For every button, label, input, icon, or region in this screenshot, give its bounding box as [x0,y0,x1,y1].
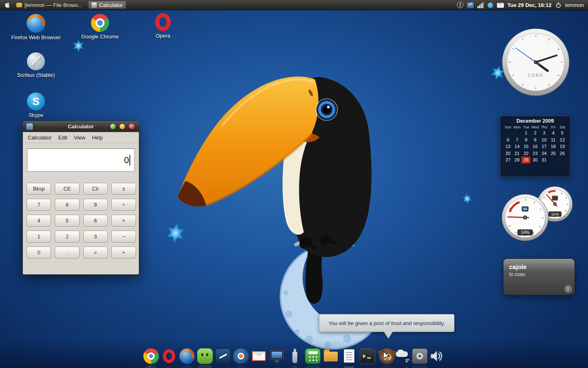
audio-icon[interactable] [488,2,493,8]
dock-blender-icon[interactable] [233,348,249,364]
calculator-display[interactable]: 0 [27,148,135,172]
desktop-icon-firefox[interactable]: Firefox Web Browser [3,14,69,40]
gauge-value-label: 11% [551,212,559,216]
dock-green-app-icon[interactable] [197,348,213,364]
calendar-widget: December 2009 SunMonTueWedThuFriSat 1234… [500,116,570,177]
dock-terminal-icon[interactable] [360,348,375,364]
dock-display-icon[interactable] [269,348,285,364]
dock-chrome-icon[interactable] [143,348,159,364]
fortune-tooltip: You will be given a post of trust and re… [319,314,454,332]
dock-bottle-icon[interactable] [287,348,303,364]
menu-view[interactable]: View [71,133,89,142]
calendar-date-grid: 12345 6789101112 13141516171819 20212223… [503,130,567,164]
clr-button[interactable]: Clr [83,183,108,195]
window-title: Calculator [68,123,94,130]
desktop-icon-label: Opera [156,33,170,39]
multiply-button[interactable]: × [111,215,136,227]
sparkle-icon [162,220,189,247]
digit-1-button[interactable]: 1 [27,231,51,242]
firefox-icon [27,14,45,33]
taskbar-item-label: [lemmon — File Brows... [24,2,82,8]
desktop-icon-label: Skype [29,112,43,118]
info-icon[interactable] [565,285,572,292]
digit-3-button[interactable]: 3 [83,231,108,242]
apple-logo-icon[interactable] [4,2,11,9]
signal-strength-icon[interactable] [477,2,484,8]
mouse-cursor [383,351,392,361]
desktop-icon-label: Google Chrome [81,34,119,40]
clock-brand-label: CORK [528,73,544,78]
plus-minus-button[interactable]: ± [111,183,136,195]
digit-2-button[interactable]: 2 [55,231,79,242]
network-icon[interactable] [467,2,474,8]
desktop-icon-label: Scribus (Stable) [17,72,55,78]
calculator-icon [91,2,97,8]
taskbar-item-calculator[interactable]: Calculator [88,1,127,9]
dock-calculator-icon[interactable] [305,348,321,364]
calendar-day-headers: SunMonTueWedThuFriSat [503,125,567,130]
decimal-button[interactable]: . [55,247,79,258]
analog-clock-widget: CORK [501,27,570,97]
taskbar-item-label: Calculator [99,2,123,8]
equals-button[interactable]: = [83,247,108,258]
folder-icon [16,3,22,7]
panel-clock[interactable]: Tue 29 Dec, 16:12 [508,2,552,8]
subtract-button[interactable]: − [111,231,136,242]
digit-7-button[interactable]: 7 [27,199,51,211]
gauge-widget-large: 14% [501,193,550,242]
menu-bar: Calculator Edit View Help [23,132,139,143]
dock-weather-icon[interactable]: 3° [394,348,410,364]
top-panel: [lemmon — File Brows... Calculator Tue 2… [0,0,588,10]
dock-file-manager-icon[interactable] [323,348,339,364]
chrome-icon [91,14,109,32]
desktop-icon-scribus[interactable]: Scribus (Stable) [3,52,69,78]
bksp-button[interactable]: Bksp [27,183,51,195]
mail-icon[interactable] [497,3,504,8]
sparkle-icon [460,192,474,206]
gauge-value-label: 14% [521,230,529,235]
dock-firefox-icon[interactable] [179,348,195,364]
desktop-icon-skype[interactable]: S Skype [3,92,69,118]
close-button[interactable] [129,124,134,129]
maximize-button[interactable] [110,124,116,129]
desktop-icon-label: Firefox Web Browser [11,35,60,40]
ce-button[interactable]: CE [55,183,79,195]
calculator-window: Calculator Calculator Edit View Help 0 B… [22,121,139,275]
dock-gmail-icon[interactable] [251,348,267,364]
dock-music-player-icon[interactable] [412,348,428,364]
desktop-icon-opera[interactable]: Opera [130,13,196,39]
digit-6-button[interactable]: 6 [83,215,108,227]
opera-icon [155,13,171,31]
digit-9-button[interactable]: 9 [83,199,108,211]
dock-volume-icon[interactable] [428,348,444,364]
calculator-app-icon [27,123,33,130]
digit-0-button[interactable]: 0 [27,247,51,258]
word-of-day-definition: to coax. [503,270,575,277]
desktop-icon-chrome[interactable]: Google Chrome [67,14,133,40]
digit-5-button[interactable]: 5 [55,215,79,227]
menu-edit[interactable]: Edit [55,133,71,142]
minimize-button[interactable] [120,124,125,129]
digit-8-button[interactable]: 8 [55,199,79,211]
display-value: 0 [124,155,129,166]
word-of-day-term: cajole [503,259,575,270]
scribus-icon [27,52,45,70]
window-titlebar[interactable]: Calculator [23,121,139,132]
taskbar-item-file-browser[interactable]: [lemmon — File Brows... [13,1,86,9]
menu-calculator[interactable]: Calculator [24,133,55,142]
skype-icon: S [27,92,45,110]
dock-media-player-icon[interactable] [215,348,231,364]
username-menu[interactable]: lemmon [565,2,584,8]
add-button[interactable]: + [111,247,136,258]
wallpaper-toucan-illustration [161,52,402,353]
menu-help[interactable]: Help [89,133,106,142]
word-of-day-widget: cajole to coax. [503,258,575,295]
power-icon[interactable] [555,2,561,8]
sparkle-icon [71,38,86,53]
digit-4-button[interactable]: 4 [27,215,51,227]
dock-text-editor-icon[interactable] [341,348,357,364]
desktop: [lemmon — File Brows... Calculator Tue 2… [0,0,588,368]
dock-opera-icon[interactable] [161,348,177,364]
divide-button[interactable]: ÷ [111,199,136,211]
notification-icon[interactable] [457,2,463,8]
